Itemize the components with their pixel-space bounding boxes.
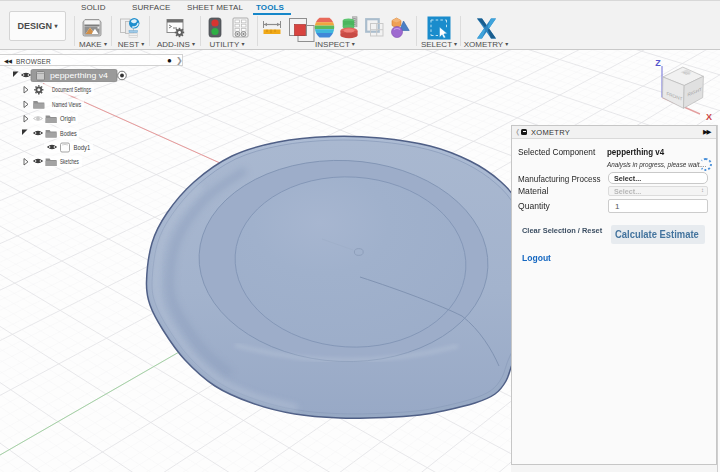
svg-text:Sketches: Sketches	[60, 158, 79, 165]
svg-text:pepperthing v4: pepperthing v4	[50, 72, 109, 80]
svg-text:Bodies: Bodies	[60, 130, 77, 137]
svg-text:Named Views: Named Views	[52, 101, 82, 108]
svg-text:Document Settings: Document Settings	[52, 86, 92, 94]
svg-text:X: X	[706, 112, 712, 122]
svg-text:Origin: Origin	[60, 115, 76, 123]
svg-text:Z: Z	[655, 58, 661, 68]
svg-text:Body1: Body1	[74, 144, 91, 152]
